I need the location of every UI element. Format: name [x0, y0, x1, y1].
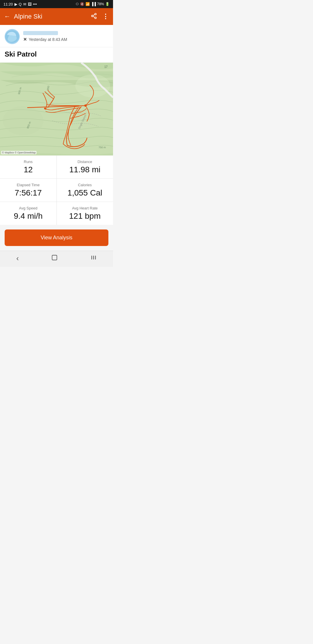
stat-calories: Calories 1,055 Cal — [57, 179, 113, 202]
profile-section: ✕ Yesterday at 8:43 AM — [0, 25, 113, 47]
username-placeholder — [23, 31, 58, 35]
svg-text:17: 17 — [104, 65, 108, 68]
stat-avg-speed: Avg Speed 9.4 mi/h — [0, 202, 57, 225]
image-icon: 🖼 — [28, 2, 32, 6]
battery-level: 78% — [97, 2, 104, 6]
svg-text:750 m: 750 m — [99, 146, 106, 149]
elapsed-time-value: 7:56:17 — [6, 188, 51, 198]
svg-point-7 — [75, 74, 110, 97]
stat-avg-heart-rate: Avg Heart Rate 121 bpm — [57, 202, 113, 225]
avg-speed-value: 9.4 mi/h — [6, 211, 51, 221]
activity-title-section: Ski Patrol — [0, 47, 113, 63]
svg-line-3 — [93, 16, 95, 17]
map-container[interactable]: 900 m 950 950 m 750 m 17 — [0, 63, 113, 155]
svg-line-4 — [93, 14, 95, 15]
battery-icon: 🔋 — [105, 2, 110, 6]
post-timestamp: Yesterday at 8:43 AM — [29, 37, 67, 42]
status-time: 11:20 — [3, 2, 13, 6]
map-svg: 900 m 950 950 m 750 m 17 — [0, 63, 113, 155]
nav-back-button[interactable]: ‹ — [16, 254, 19, 263]
x-platform-icon: ✕ — [23, 37, 27, 42]
profile-meta: ✕ Yesterday at 8:43 AM — [23, 37, 108, 42]
avg-heart-rate-label: Avg Heart Rate — [63, 206, 108, 210]
calories-value: 1,055 Cal — [63, 188, 108, 198]
avg-heart-rate-value: 121 bpm — [63, 211, 108, 221]
elapsed-time-label: Elapsed Time — [6, 183, 51, 187]
back-button[interactable]: ← — [4, 13, 10, 20]
stats-row-3: Avg Speed 9.4 mi/h Avg Heart Rate 121 bp… — [0, 202, 113, 225]
stat-elapsed-time: Elapsed Time 7:56:17 — [0, 179, 57, 202]
nav-home-button[interactable] — [51, 254, 58, 262]
bluetooth-icon: ⚇ — [76, 2, 79, 6]
wifi-icon: 📶 — [85, 2, 90, 6]
distance-label: Distance — [63, 160, 108, 164]
avg-speed-label: Avg Speed — [6, 206, 51, 210]
profile-info: ✕ Yesterday at 8:43 AM — [23, 31, 108, 42]
activity-title: Ski Patrol — [5, 50, 108, 58]
signal-icon: ▐▐ — [91, 2, 96, 6]
calories-label: Calories — [63, 183, 108, 187]
share-icon[interactable] — [91, 13, 97, 21]
avatar — [5, 29, 20, 44]
nav-recent-button[interactable] — [90, 254, 97, 262]
app-bar-actions: ⋮ — [91, 13, 109, 21]
app-bar: ← Alpine Ski ⋮ — [0, 8, 113, 25]
runs-label: Runs — [6, 160, 51, 164]
status-right: ⚇ 🔇 📶 ▐▐ 78% 🔋 — [76, 2, 110, 6]
mail-icon: ✉ — [23, 2, 26, 6]
dots-icon: ••• — [33, 2, 37, 6]
stat-runs: Runs 12 — [0, 155, 57, 178]
stats-row-2: Elapsed Time 7:56:17 Calories 1,055 Cal — [0, 179, 113, 202]
mute-icon: 🔇 — [80, 2, 84, 6]
runs-value: 12 — [6, 165, 51, 174]
status-bar: 11:20 ▶ Q ✉ 🖼 ••• ⚇ 🔇 📶 ▐▐ 78% 🔋 — [0, 0, 113, 8]
app-bar-title: Alpine Ski — [14, 13, 91, 20]
play-icon: ▶ — [14, 2, 17, 6]
stats-row-1: Runs 12 Distance 11.98 mi — [0, 155, 113, 179]
svg-rect-17 — [52, 255, 57, 260]
status-left: 11:20 ▶ Q ✉ 🖼 ••• — [3, 2, 37, 6]
svg-point-8 — [3, 106, 43, 135]
stats-section: Runs 12 Distance 11.98 mi Elapsed Time 7… — [0, 155, 113, 225]
more-options-icon[interactable]: ⋮ — [102, 13, 109, 20]
bottom-nav: ‹ — [0, 251, 113, 267]
map-attribution: © Mapbox © OpenStreetMap — [1, 151, 37, 154]
distance-value: 11.98 mi — [63, 165, 108, 174]
stat-distance: Distance 11.98 mi — [57, 155, 113, 178]
view-analysis-button[interactable]: View Analysis — [5, 229, 108, 246]
q-icon: Q — [19, 2, 22, 6]
